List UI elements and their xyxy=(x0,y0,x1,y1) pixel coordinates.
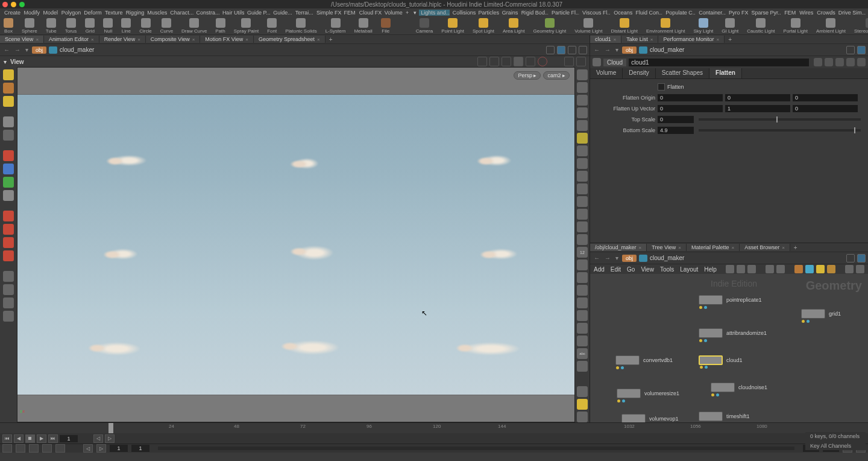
node-volumevop1[interactable]: volumevop1 xyxy=(621,414,679,422)
maximize-window[interactable] xyxy=(19,2,25,7)
shelf-grid[interactable]: Grid xyxy=(85,18,95,34)
net-note-icon[interactable] xyxy=(816,265,825,273)
shelf-path[interactable]: Path xyxy=(215,18,225,34)
shelf-tab[interactable]: Hair Utils xyxy=(221,10,244,16)
up-y[interactable]: 1 xyxy=(725,105,790,112)
scope-icon[interactable] xyxy=(16,444,25,453)
net-color-icon[interactable] xyxy=(805,265,814,273)
shelf-circle[interactable]: Circle xyxy=(139,18,151,34)
light-icon[interactable] xyxy=(577,145,588,156)
rotate-icon[interactable] xyxy=(3,164,14,174)
path-obj[interactable]: obj xyxy=(622,46,637,54)
net-edit[interactable]: Edit xyxy=(611,266,621,273)
tab-tree-view[interactable]: Tree View × xyxy=(647,244,687,251)
shelf-spray-paint[interactable]: Spray Paint xyxy=(234,18,259,34)
shelf-null[interactable]: Null xyxy=(103,18,113,34)
material-icon[interactable] xyxy=(577,158,588,169)
shelf-camera[interactable]: Camera xyxy=(416,18,433,34)
brush-icon[interactable] xyxy=(577,209,588,220)
hq-icon[interactable] xyxy=(577,221,588,232)
shelf-tab[interactable]: Particles xyxy=(477,10,499,16)
xray-icon[interactable] xyxy=(577,183,588,194)
shelf-tab[interactable]: Viscous Fl... xyxy=(580,10,611,16)
node-pointreplicate1[interactable]: pointreplicate1 xyxy=(699,295,762,305)
shelf-draw-curve[interactable]: Draw Curve xyxy=(181,18,207,34)
shelf-tab[interactable]: Terrai... xyxy=(294,10,313,16)
net-folder-icon[interactable] xyxy=(827,265,835,273)
snap-multi-icon[interactable] xyxy=(3,250,14,261)
disp-opt-1[interactable] xyxy=(577,69,588,80)
nav-fwd-icon[interactable]: → xyxy=(603,255,612,261)
auto-key-icon[interactable] xyxy=(2,444,12,453)
tab-cloud1[interactable]: cloud1 × xyxy=(590,36,621,43)
shelf-l-system[interactable]: L-System xyxy=(326,18,346,34)
shelf-tab[interactable]: Modify xyxy=(22,10,40,16)
up-x[interactable]: 0 xyxy=(658,105,723,112)
link-icon[interactable] xyxy=(857,254,866,262)
shelf-box[interactable]: Box xyxy=(4,18,13,34)
shelf-tab[interactable]: Guide... xyxy=(271,10,292,16)
shelf-volume-light[interactable]: Volume Light xyxy=(574,18,602,34)
param-tab-density[interactable]: Density xyxy=(623,68,655,78)
shelf-tab[interactable]: Collisions xyxy=(451,10,476,16)
shelf-tab[interactable]: Simple FX xyxy=(315,10,341,16)
ghost-icon[interactable] xyxy=(577,107,588,118)
disp-opt-2[interactable] xyxy=(577,82,588,93)
shelf-sphere[interactable]: Sphere xyxy=(22,18,37,34)
shelf-geometry-light[interactable]: Geometry Light xyxy=(533,18,566,34)
shelf-tube[interactable]: Tube xyxy=(46,18,57,34)
shelf-file[interactable]: File xyxy=(381,18,391,34)
add-tab-button[interactable]: + xyxy=(790,244,801,251)
shelf-point-light[interactable]: Point Light xyxy=(441,18,464,34)
node-convertvdb1[interactable]: convertvdb1 xyxy=(615,355,673,365)
nav-dropdown-icon[interactable]: ▾ xyxy=(24,46,30,53)
shelf-environment-light[interactable]: Environment Light xyxy=(646,18,685,34)
list-icon[interactable] xyxy=(737,265,745,273)
nav-back-icon[interactable]: ← xyxy=(2,46,11,53)
network-view[interactable]: Indie Edition Geometry pointreplicate1at… xyxy=(590,274,868,422)
node-name-field[interactable]: cloud1 xyxy=(629,59,809,66)
shelf-stereo-camera[interactable]: Stereo Camera xyxy=(854,18,868,34)
shelf-tab[interactable]: Deform xyxy=(82,10,102,16)
tab-composite-view[interactable]: Composite View × xyxy=(146,36,201,43)
bottom-scale-field[interactable]: 4.9 xyxy=(658,127,694,134)
shelf-tab[interactable]: Polygon xyxy=(60,10,81,16)
shelf-caustic-light[interactable]: Caustic Light xyxy=(747,18,775,34)
lock-icon[interactable] xyxy=(3,130,14,141)
shelf-tab[interactable]: Cloud FX xyxy=(357,10,382,16)
tab-geometry-spreadsheet[interactable]: Geometry Spreadsheet × xyxy=(254,36,326,43)
snap-curve-icon[interactable] xyxy=(3,224,14,235)
shelf-tab[interactable]: Populate C... xyxy=(664,10,696,16)
shelf-tab[interactable]: + xyxy=(404,10,410,16)
shelf-tab[interactable]: Container... xyxy=(697,10,726,16)
snapshot-icon[interactable] xyxy=(568,46,576,54)
node-timeshift1[interactable]: timeshift1 xyxy=(699,412,750,421)
shelf-area-light[interactable]: Area Light xyxy=(503,18,524,34)
node-info-icon[interactable] xyxy=(593,58,601,66)
audio-icon[interactable] xyxy=(42,444,52,453)
shelf-tab[interactable]: FEM xyxy=(342,10,356,16)
lod-icon[interactable]: 12 xyxy=(577,247,588,258)
tab-take-list[interactable]: Take List × xyxy=(621,36,658,43)
viewport[interactable]: Persp ▸ cam2 ▸ ↖ 12fps Indie Edition zx xyxy=(17,67,575,422)
play-button[interactable]: ▶ xyxy=(37,434,46,443)
nav-dropdown-icon[interactable]: ▾ xyxy=(614,255,620,261)
path-obj[interactable]: obj xyxy=(32,46,46,54)
translate-icon[interactable] xyxy=(3,150,14,161)
wireframe-icon[interactable] xyxy=(577,120,588,131)
origin-x[interactable]: 0 xyxy=(658,94,723,101)
net-search-icon[interactable] xyxy=(845,265,854,273)
fg-icon[interactable] xyxy=(577,323,588,334)
layout-icon[interactable] xyxy=(564,57,574,66)
select-obj-icon[interactable] xyxy=(3,69,14,80)
shelf-sky-light[interactable]: Sky Light xyxy=(693,18,713,34)
tab-material-palette[interactable]: Material Palette × xyxy=(687,244,740,251)
shelf-tab[interactable]: Lights and... xyxy=(419,10,449,16)
render-tool-icon[interactable] xyxy=(526,57,535,66)
shelf-tab[interactable]: Crowds xyxy=(815,10,835,16)
net-view[interactable]: View xyxy=(641,266,654,273)
handle-tool-icon[interactable] xyxy=(477,57,487,66)
nav-dropdown-icon[interactable]: ▾ xyxy=(614,46,620,53)
param-tab-flatten[interactable]: Flatten xyxy=(709,68,742,78)
nav-back-icon[interactable]: ← xyxy=(593,255,601,261)
